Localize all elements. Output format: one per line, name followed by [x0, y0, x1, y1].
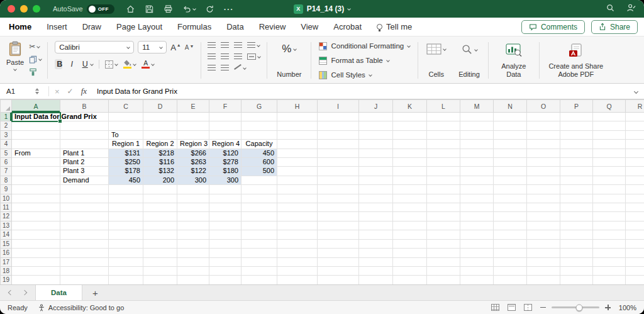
cell-C9[interactable] — [109, 185, 143, 194]
analyze-data-button[interactable] — [506, 43, 522, 57]
zoom-window-button[interactable] — [33, 5, 40, 13]
cell-C17[interactable] — [109, 257, 143, 266]
cell-J2[interactable] — [359, 121, 393, 130]
cell-O1[interactable] — [527, 113, 560, 121]
cut-button[interactable]: ✂ — [29, 42, 42, 51]
cell-R12[interactable] — [626, 212, 644, 221]
row-header-12[interactable]: 12 — [1, 212, 12, 221]
cell-I13[interactable] — [318, 221, 359, 230]
cell-D11[interactable] — [143, 203, 177, 212]
column-header-R[interactable]: R — [626, 100, 644, 113]
cell-O13[interactable] — [527, 221, 560, 230]
cell-B8[interactable]: Demand — [60, 176, 109, 184]
cell-J13[interactable] — [359, 221, 393, 230]
cell-L2[interactable] — [427, 121, 460, 130]
column-header-I[interactable]: I — [318, 100, 359, 113]
cell-I3[interactable] — [318, 130, 359, 139]
cell-R2[interactable] — [626, 121, 644, 130]
cell-R16[interactable] — [626, 249, 644, 257]
undo-button[interactable] — [182, 4, 196, 14]
cell-E3[interactable] — [177, 130, 209, 139]
cell-E4[interactable]: Region 3 — [177, 140, 209, 149]
cell-K17[interactable] — [393, 257, 427, 266]
cell-E8[interactable]: 300 — [177, 176, 209, 184]
cell-L7[interactable] — [427, 167, 460, 176]
autosave-control[interactable]: AutoSave OFF — [53, 4, 114, 14]
cell-J3[interactable] — [359, 130, 393, 139]
cell-E12[interactable] — [177, 212, 209, 221]
cell-C18[interactable] — [109, 266, 143, 275]
cell-M16[interactable] — [460, 249, 494, 257]
cell-P17[interactable] — [560, 257, 593, 266]
cell-D8[interactable]: 200 — [143, 176, 177, 184]
select-all-corner[interactable] — [1, 100, 12, 113]
cell-K14[interactable] — [393, 230, 427, 239]
user-presence-icon[interactable] — [626, 3, 636, 15]
cell-M9[interactable] — [460, 185, 494, 194]
cell-R4[interactable] — [626, 140, 644, 149]
decrease-font-size-button[interactable]: A▼ — [185, 44, 194, 51]
font-size-select[interactable]: 11 — [138, 41, 167, 53]
autosave-toggle[interactable]: OFF — [87, 4, 114, 14]
cell-H3[interactable] — [277, 130, 318, 139]
cell-L13[interactable] — [427, 221, 460, 230]
cell-F5[interactable]: $120 — [209, 149, 242, 157]
cell-M6[interactable] — [460, 158, 494, 167]
cell-R3[interactable] — [626, 130, 644, 139]
cell-styles-button[interactable]: Cell Styles — [319, 69, 371, 81]
cell-B9[interactable] — [60, 185, 109, 194]
cell-L16[interactable] — [427, 249, 460, 257]
cell-F4[interactable]: Region 4 — [209, 140, 242, 149]
zoom-slider[interactable] — [552, 306, 599, 308]
cell-M7[interactable] — [460, 167, 494, 176]
cell-P3[interactable] — [560, 130, 593, 139]
cell-D17[interactable] — [143, 257, 177, 266]
column-header-O[interactable]: O — [527, 100, 560, 113]
cell-P14[interactable] — [560, 230, 593, 239]
cell-I8[interactable] — [318, 176, 359, 184]
cell-B5[interactable]: Plant 1 — [60, 149, 109, 157]
cell-K6[interactable] — [393, 158, 427, 167]
cell-J18[interactable] — [359, 266, 393, 275]
cell-O18[interactable] — [527, 266, 560, 275]
cell-F6[interactable]: $278 — [209, 158, 242, 167]
cell-R7[interactable] — [626, 167, 644, 176]
print-icon[interactable] — [164, 4, 173, 14]
name-box[interactable]: A1 — [0, 84, 35, 99]
cell-H7[interactable] — [277, 167, 318, 176]
cell-C7[interactable]: $178 — [109, 167, 143, 176]
cell-I10[interactable] — [318, 194, 359, 203]
cell-K10[interactable] — [393, 194, 427, 203]
cell-Q13[interactable] — [593, 221, 626, 230]
cell-J8[interactable] — [359, 176, 393, 184]
cell-O17[interactable] — [527, 257, 560, 266]
cell-R19[interactable] — [626, 276, 644, 284]
cell-Q4[interactable] — [593, 140, 626, 149]
sheet-tab-data[interactable]: Data — [35, 285, 82, 300]
font-name-select[interactable]: Calibri — [55, 41, 134, 53]
cell-B17[interactable] — [60, 257, 109, 266]
search-icon[interactable] — [606, 3, 615, 15]
tab-insert[interactable]: Insert — [39, 18, 75, 36]
cell-I11[interactable] — [318, 203, 359, 212]
cell-C6[interactable]: $250 — [109, 158, 143, 167]
cell-I2[interactable] — [318, 121, 359, 130]
cell-Q15[interactable] — [593, 239, 626, 248]
cell-B11[interactable] — [60, 203, 109, 212]
cell-H10[interactable] — [277, 194, 318, 203]
cell-A17[interactable] — [12, 257, 60, 266]
cell-P7[interactable] — [560, 167, 593, 176]
page-layout-view-icon[interactable] — [508, 304, 516, 311]
cell-P6[interactable] — [560, 158, 593, 167]
tab-draw[interactable]: Draw — [75, 18, 109, 36]
cell-K9[interactable] — [393, 185, 427, 194]
cell-R15[interactable] — [626, 239, 644, 248]
cell-L9[interactable] — [427, 185, 460, 194]
cell-C2[interactable] — [109, 121, 143, 130]
cell-O8[interactable] — [527, 176, 560, 184]
tab-data[interactable]: Data — [219, 18, 251, 36]
cell-Q2[interactable] — [593, 121, 626, 130]
cell-N17[interactable] — [494, 257, 527, 266]
cell-B7[interactable]: Plant 3 — [60, 167, 109, 176]
formula-value[interactable]: Input Data for Grand Prix — [97, 87, 177, 95]
